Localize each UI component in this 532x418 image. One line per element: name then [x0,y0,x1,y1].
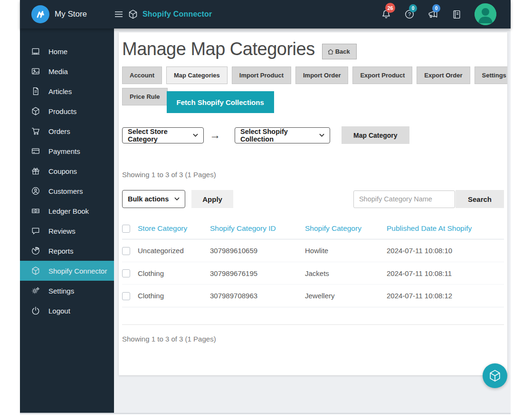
cart-icon [31,127,40,135]
bulk-actions-select-value: Bulk actions [128,195,169,203]
main-area: Manage Map Categories Back Account Map C… [114,28,511,413]
sidebar-item-ledger-book[interactable]: Ledger Book [20,201,114,221]
sidebar-item-reviews[interactable]: Reviews [20,221,114,241]
sidebar-item-label: Home [48,48,67,56]
row-checkbox[interactable] [122,269,130,277]
cell-published-date: 2024-07-11 10:08:10 [387,239,504,262]
categories-table: Store Category Shopify Category ID Shopi… [122,222,504,307]
sidebar-item-label: Shopify Connector [48,267,107,275]
user-avatar[interactable] [475,3,496,25]
header-actions: 26 ? 0 0 [381,3,511,25]
tab-import-order[interactable]: Import Order [295,66,348,84]
gift-icon [31,167,40,175]
footer-divider [122,324,504,325]
row-checkbox[interactable] [122,292,130,300]
column-published-date[interactable]: Published Date At Shopify [387,222,504,239]
sidebar-item-customers[interactable]: Customers [20,181,114,201]
bell-icon[interactable]: 26 [381,9,391,19]
chevron-down-icon [319,133,324,137]
sidebar-item-label: Ledger Book [48,207,89,215]
search-input[interactable] [353,190,455,208]
sidebar-item-label: Reports [48,247,74,255]
table-row: Clothing 307989708963 Jewellery 2024-07-… [122,285,504,307]
chevron-down-icon [193,133,198,137]
back-button[interactable]: Back [322,44,357,59]
column-shopify-category[interactable]: Shopify Category [305,222,387,239]
sidebar-item-orders[interactable]: Orders [20,121,114,141]
sidebar-item-products[interactable]: Products [20,101,114,121]
user-icon [31,187,40,195]
sidebar-item-reports[interactable]: Reports [20,241,114,261]
store-brand-link[interactable]: My Store [20,5,114,23]
results-summary-bottom: Showing 1 to 3 of 3 (1 Pages) [122,335,504,343]
chevron-down-icon [174,197,180,201]
power-icon [31,306,40,315]
sidebar-item-label: Settings [48,287,74,295]
home-icon [31,47,40,56]
media-icon [31,67,40,76]
sidebar-item-label: Logout [48,307,70,315]
sidebar-item-media[interactable]: Media [20,61,114,81]
sidebar-item-label: Media [48,67,68,76]
search-button[interactable]: Search [456,190,504,208]
results-summary-top: Showing 1 to 3 of 3 (1 Pages) [122,171,504,179]
sidebar-item-label: Coupons [48,167,77,175]
column-store-category[interactable]: Store Category [138,222,210,239]
top-header-bar: My Store Shopify Connector 26 ? 0 0 [20,0,511,28]
shopify-collection-select[interactable]: Select Shopify Collection [235,127,330,143]
select-all-checkbox[interactable] [122,225,130,233]
money-icon [31,207,40,215]
sidebar-item-home[interactable]: Home [20,41,114,61]
sidebar-item-label: Payments [48,147,80,155]
sidebar-item-shopify-connector[interactable]: Shopify Connector [20,261,114,281]
bulk-actions-select[interactable]: Bulk actions [122,190,185,208]
sidebar-item-articles[interactable]: Articles [20,81,114,101]
fetch-shopify-collections-button[interactable]: Fetch Shopify Collections [167,91,274,113]
shopify-collection-select-value: Select Shopify Collection [240,128,314,143]
notebook-icon[interactable] [452,10,462,19]
content-panel: Manage Map Categories Back Account Map C… [119,32,507,375]
table-row: Uncategorized 307989610659 Howlite 2024-… [122,239,504,262]
tab-account[interactable]: Account [122,66,162,84]
tab-price-rule[interactable]: Price Rule [122,88,168,105]
cell-shopify-category-id: 307989676195 [210,262,305,285]
megaphone-badge: 0 [432,4,440,12]
sidebar-item-settings[interactable]: Settings [20,281,114,301]
pie-chart-icon [31,247,40,255]
cell-published-date: 2024-07-11 10:08:11 [387,262,504,285]
tab-export-product[interactable]: Export Product [352,66,412,84]
column-shopify-category-id[interactable]: Shopify Category ID [210,222,305,239]
sidebar-item-logout[interactable]: Logout [20,301,114,321]
module-title-text: Shopify Connector [142,10,212,19]
help-icon[interactable]: ? 0 [404,9,415,19]
cell-published-date: 2024-07-11 10:08:12 [387,285,504,307]
cell-store-category: Clothing [138,285,210,307]
cell-shopify-category-id: 307989708963 [210,285,305,307]
map-category-button[interactable]: Map Category [342,126,409,144]
store-category-select[interactable]: Select Store Category [122,127,204,143]
tab-map-categories[interactable]: Map Categories [166,66,228,84]
sidebar-item-coupons[interactable]: Coupons [20,161,114,181]
bell-badge: 26 [385,3,395,13]
sidebar-item-payments[interactable]: Payments [20,141,114,161]
row-checkbox[interactable] [122,247,130,255]
tab-export-order[interactable]: Export Order [417,66,470,84]
credit-card-icon [31,147,40,155]
cell-shopify-category-id: 307989610659 [210,239,305,262]
cube-icon [489,370,501,382]
tab-settings[interactable]: Settings [475,66,507,84]
apply-button[interactable]: Apply [191,190,233,208]
help-badge: 0 [409,4,417,12]
hamburger-icon[interactable] [114,10,124,19]
comment-icon [31,227,40,235]
shopify-connector-fab[interactable] [483,363,507,388]
sidebar-nav: Home Media Articles Products Orders Paym… [20,28,114,413]
sidebar-item-label: Customers [48,187,83,195]
home-icon [327,48,334,55]
module-title: Shopify Connector [114,10,212,19]
cell-store-category: Uncategorized [138,239,210,262]
megaphone-icon[interactable]: 0 [428,9,439,19]
gears-icon [31,286,40,295]
table-row: Clothing 307989676195 Jackets 2024-07-11… [122,262,504,285]
tab-import-product[interactable]: Import Product [232,66,291,84]
